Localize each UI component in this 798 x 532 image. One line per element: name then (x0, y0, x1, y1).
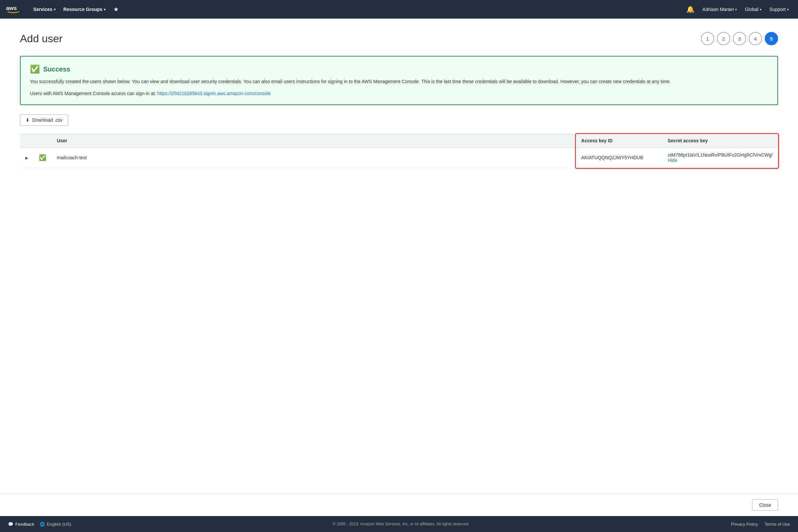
step-2[interactable]: 2 (717, 32, 730, 45)
user-menu[interactable]: Adriaan Marain ▾ (699, 0, 741, 19)
row-access-key-id: AKIATUQQNQ2JWY5YHDUB (576, 148, 662, 168)
language-selector[interactable]: 🌐 English (US) (40, 522, 71, 527)
users-table: User Access key ID Secret access key ▶ (20, 134, 778, 168)
services-chevron-icon: ▾ (54, 8, 56, 11)
success-title: Success (43, 65, 70, 73)
svg-text:aws: aws (6, 5, 17, 11)
user-success-icon: ✅ (39, 154, 46, 161)
support-menu[interactable]: Support ▾ (765, 0, 793, 19)
download-icon: ⬇ (25, 117, 30, 123)
success-banner: ✅ Success You successfully created the u… (20, 56, 778, 105)
top-navigation: aws Services ▾ Resource Groups ▾ ★ 🔔 Adr… (0, 0, 798, 19)
hide-secret-key-link[interactable]: Hide (668, 158, 677, 163)
close-section: Close (0, 494, 798, 516)
success-signin-url[interactable]: https://250216285843.signin.aws.amazon.c… (157, 91, 271, 96)
services-menu[interactable]: Services ▾ (29, 0, 59, 19)
row-user-name: mailcoach-test (52, 148, 576, 168)
page-header: Add user 1 2 3 4 5 (20, 32, 778, 45)
feedback-chat-icon: 💬 (8, 522, 13, 527)
success-header: ✅ Success (30, 64, 768, 74)
nav-right-section: 🔔 Adriaan Marain ▾ Global ▾ Support ▾ (682, 0, 793, 19)
favorites-star-icon[interactable]: ★ (109, 0, 123, 19)
step-4[interactable]: 4 (749, 32, 762, 45)
step-indicators: 1 2 3 4 5 (701, 32, 778, 45)
region-menu[interactable]: Global ▾ (741, 0, 765, 19)
footer-right: Privacy Policy Terms of Use (731, 522, 790, 527)
resource-groups-menu[interactable]: Resource Groups ▾ (59, 0, 109, 19)
success-check-icon: ✅ (30, 64, 40, 74)
row-status-icon: ✅ (34, 148, 52, 168)
notifications-bell-icon[interactable]: 🔔 (682, 0, 699, 19)
aws-logo[interactable]: aws (5, 4, 21, 14)
expand-icon: ▶ (25, 156, 28, 160)
user-chevron-icon: ▾ (735, 8, 737, 11)
success-signin-line: Users with AWS Management Console access… (30, 91, 768, 96)
users-table-container: User Access key ID Secret access key ▶ (20, 134, 778, 168)
row-secret-access-key: otM788pI1laV/L1NosRv/PBUiFo2GHgRClVmCWg/… (662, 148, 778, 168)
step-1[interactable]: 1 (701, 32, 714, 45)
region-chevron-icon: ▾ (760, 8, 761, 11)
col-user-header: User (52, 134, 576, 148)
col-secret-key-header: Secret access key (662, 134, 778, 148)
footer: 💬 Feedback 🌐 English (US) © 2008 - 2019,… (0, 516, 798, 532)
footer-copyright: © 2008 - 2019, Amazon Web Services, Inc.… (71, 522, 731, 526)
page-title: Add user (20, 33, 62, 45)
privacy-policy-link[interactable]: Privacy Policy (731, 522, 758, 527)
language-globe-icon: 🌐 (40, 522, 45, 527)
col-access-key-header: Access key ID (576, 134, 662, 148)
success-signin-prefix: Users with AWS Management Console access… (30, 91, 157, 96)
close-button[interactable]: Close (752, 499, 778, 511)
col-icon-header (34, 134, 52, 148)
table-header-row: User Access key ID Secret access key (20, 134, 778, 148)
resource-groups-chevron-icon: ▾ (104, 8, 106, 11)
download-csv-button[interactable]: ⬇ Download .csv (20, 114, 68, 126)
step-5[interactable]: 5 (765, 32, 778, 45)
success-body-text: You successfully created the users shown… (30, 78, 768, 85)
footer-left: 💬 Feedback 🌐 English (US) (8, 522, 71, 527)
step-3[interactable]: 3 (733, 32, 746, 45)
feedback-button[interactable]: 💬 Feedback (8, 522, 34, 527)
main-content: Add user 1 2 3 4 5 ✅ Success You success… (0, 19, 798, 494)
support-chevron-icon: ▾ (787, 8, 789, 11)
terms-of-use-link[interactable]: Terms of Use (764, 522, 790, 527)
table-row: ▶ ✅ mailcoach-test AKIATUQQNQ2JWY5YHDUB … (20, 148, 778, 168)
row-expand-arrow[interactable]: ▶ (20, 148, 34, 168)
col-expand-header (20, 134, 34, 148)
